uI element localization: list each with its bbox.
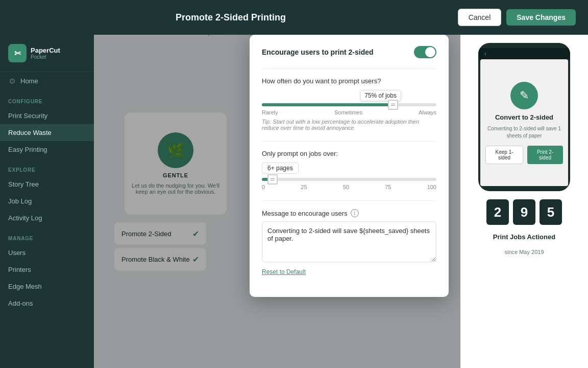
- frequency-slider-labels: Rarely Sometimes Always: [262, 109, 436, 116]
- tip-text: Tip: Start out with a low percentage to …: [262, 119, 436, 131]
- pages-thumb-line-2: [271, 180, 275, 180]
- stat-digit-2: 5: [540, 199, 562, 225]
- sidebar-item-home[interactable]: ⊙ Home: [0, 72, 94, 89]
- keep-1sided-button[interactable]: Keep 1-sided: [485, 146, 523, 164]
- sidebar-item-activity-log[interactable]: Activity Log: [0, 210, 94, 226]
- num-50: 50: [343, 184, 349, 190]
- modal-title: Promote 2-Sided Printing: [176, 12, 286, 23]
- pages-slider-track: [262, 178, 436, 181]
- convert-icon: ✎: [510, 82, 538, 109]
- phone-mockup: ‹ ✎ Convert to 2-sided Converting to 2-s…: [478, 43, 570, 191]
- message-section: Message to encourage users i Converting …: [262, 209, 436, 275]
- convert-desc: Converting to 2-sided will save 1 sheets…: [485, 125, 563, 140]
- top-bar-actions: Cancel Save Changes: [458, 9, 576, 26]
- pages-slider-thumb[interactable]: [267, 174, 278, 185]
- stats-sub: since May 2019: [504, 249, 544, 255]
- divider-3: [262, 200, 436, 201]
- label-always: Always: [419, 109, 436, 116]
- convert-title: Convert to 2-sided: [495, 113, 553, 121]
- modal-body: Encourage users to print 2-sided How oft…: [250, 35, 449, 297]
- toggle-row: Encourage users to print 2-sided: [262, 46, 436, 58]
- stats-row: 2 9 5: [486, 199, 562, 225]
- stats-label: Print Jobs Actioned: [493, 233, 555, 241]
- print-security-label: Print Security: [8, 112, 47, 120]
- info-icon[interactable]: i: [351, 209, 359, 217]
- message-label-text: Message to encourage users: [262, 210, 348, 217]
- frequency-slider-container: [262, 103, 436, 106]
- message-label: Message to encourage users i: [262, 209, 436, 217]
- sidebar-item-reduce-waste[interactable]: Reduce Waste: [0, 124, 94, 141]
- reduce-waste-label: Reduce Waste: [8, 129, 52, 136]
- sidebar: ✂ PaperCut Pocket ⊙ Home CONFIGURE Print…: [0, 0, 94, 368]
- sidebar-section-manage: MANAGE: [0, 226, 94, 244]
- thumb-line-1: [391, 104, 395, 104]
- frequency-slider-thumb[interactable]: [388, 100, 398, 110]
- back-arrow-icon: ‹: [484, 50, 486, 57]
- encourage-toggle[interactable]: [414, 46, 436, 58]
- sidebar-home-label: Home: [20, 77, 38, 85]
- pages-slider-container: [262, 178, 436, 181]
- logo-icon: ✂: [8, 44, 27, 62]
- label-sometimes: Sometimes: [334, 109, 362, 116]
- right-panel: ‹ ✎ Convert to 2-sided Converting to 2-s…: [460, 35, 588, 368]
- modal-dialog: Encourage users to print 2-sided How oft…: [250, 35, 449, 297]
- phone-screen: ✎ Convert to 2-sided Converting to 2-sid…: [480, 59, 568, 186]
- app-name: PaperCut: [31, 47, 60, 55]
- job-log-label: Job Log: [8, 197, 32, 205]
- frequency-slider-fill: [262, 103, 393, 106]
- sidebar-section-explore: EXPLORE: [0, 158, 94, 176]
- num-100: 100: [427, 184, 436, 190]
- page-badge: 6+ pages: [262, 163, 299, 174]
- sidebar-item-printers[interactable]: Printers: [0, 261, 94, 278]
- main-area: Reduce Waste We've been known to waste a…: [94, 0, 588, 368]
- edge-mesh-label: Edge Mesh: [8, 283, 42, 290]
- toggle-label: Encourage users to print 2-sided: [262, 48, 374, 56]
- sidebar-item-edge-mesh[interactable]: Edge Mesh: [0, 278, 94, 295]
- sidebar-item-story-tree[interactable]: Story Tree: [0, 176, 94, 193]
- phone-notch: ‹: [478, 48, 570, 59]
- activity-log-label: Activity Log: [8, 214, 42, 222]
- toggle-knob: [425, 47, 435, 57]
- message-textarea[interactable]: Converting to 2-sided will save ${sheets…: [262, 221, 436, 262]
- cancel-button[interactable]: Cancel: [458, 9, 502, 26]
- pages-slider-numbers: 0 25 50 75 100: [262, 184, 436, 190]
- pages-thumb-lines: [271, 178, 275, 180]
- thumb-lines: [391, 104, 395, 106]
- sidebar-item-users[interactable]: Users: [0, 244, 94, 261]
- add-ons-label: Add-ons: [8, 300, 33, 307]
- top-bar: Promote 2-Sided Printing Cancel Save Cha…: [0, 0, 588, 35]
- sidebar-item-job-log[interactable]: Job Log: [0, 193, 94, 210]
- num-25: 25: [301, 184, 307, 190]
- users-label: Users: [8, 249, 26, 257]
- story-tree-label: Story Tree: [8, 180, 39, 188]
- thumb-line-2: [391, 105, 395, 106]
- stat-digit-0: 2: [486, 199, 509, 225]
- save-button[interactable]: Save Changes: [506, 9, 576, 26]
- pages-thumb-line-1: [271, 178, 275, 179]
- reset-link[interactable]: Reset to Default: [262, 268, 436, 275]
- stat-digit-1: 9: [513, 199, 535, 225]
- frequency-slider-track: [262, 103, 436, 106]
- pages-section: Only prompt on jobs over: 6+ pages: [262, 150, 436, 190]
- print-2sided-button[interactable]: Print 2-sided: [527, 146, 563, 164]
- printers-label: Printers: [8, 266, 31, 273]
- frequency-label: How often do you want to prompt users?: [262, 77, 436, 85]
- phone-buttons: Keep 1-sided Print 2-sided: [485, 146, 563, 164]
- pages-label: Only prompt on jobs over:: [262, 150, 436, 157]
- logo: ✂ PaperCut Pocket: [0, 35, 94, 72]
- home-icon: ⊙: [8, 77, 16, 85]
- sidebar-item-add-ons[interactable]: Add-ons: [0, 295, 94, 312]
- easy-printing-label: Easy Printing: [8, 146, 47, 153]
- divider-1: [262, 68, 436, 69]
- num-75: 75: [385, 184, 391, 190]
- label-rarely: Rarely: [262, 109, 278, 116]
- divider-2: [262, 141, 436, 142]
- sidebar-item-easy-printing[interactable]: Easy Printing: [0, 141, 94, 158]
- sidebar-item-print-security[interactable]: Print Security: [0, 107, 94, 124]
- app-sub: Pocket: [31, 54, 60, 60]
- sidebar-section-configure: CONFIGURE: [0, 89, 94, 107]
- num-0: 0: [262, 184, 265, 190]
- frequency-section: How often do you want to prompt users? 7…: [262, 77, 436, 131]
